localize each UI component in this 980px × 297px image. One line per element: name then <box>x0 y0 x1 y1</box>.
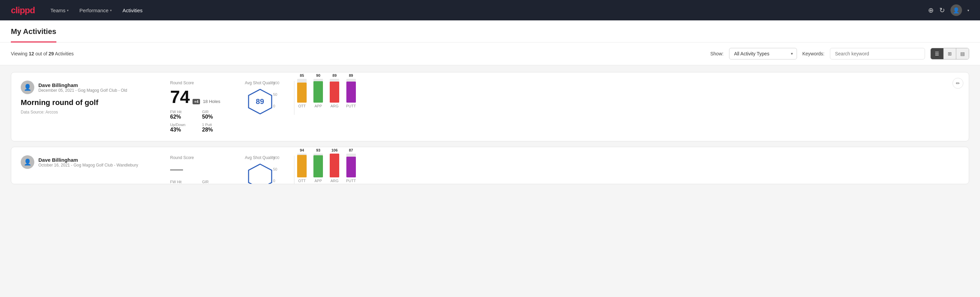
app-logo[interactable]: clippd <box>11 5 35 16</box>
viewing-prefix: Viewing <box>11 51 27 56</box>
search-input[interactable] <box>830 48 925 59</box>
chart-bar-group: 93APP <box>313 148 323 183</box>
avatar-chevron-icon: ▾ <box>967 8 969 12</box>
bar-axis-label: ARG <box>330 179 339 183</box>
chart-bar-group: 87PUTT <box>346 148 356 183</box>
nav-links: Teams ▾ Performance ▾ Activities <box>46 5 917 16</box>
list-wide-view-button[interactable]: ▤ <box>956 48 969 59</box>
chart-bar-group: 85OTT <box>297 73 307 108</box>
hexagon-container: 89 <box>245 88 275 115</box>
card-stats: Round Score — FW Hit 43% GIR 56% <box>163 155 238 184</box>
viewing-total: 29 <box>49 51 54 56</box>
avatar-person-icon: 👤 <box>24 84 31 91</box>
bar-value-label: 106 <box>331 148 337 152</box>
bar-value-label: 87 <box>349 148 353 152</box>
bar-fill <box>346 81 356 103</box>
oneputt-value: 28% <box>202 127 231 133</box>
user-avatar-nav[interactable]: 👤 <box>950 5 962 16</box>
round-score-row: — <box>170 163 231 176</box>
chart-bar-group: 89ARG <box>330 73 339 108</box>
performance-chevron-icon: ▾ <box>110 8 112 12</box>
bar-track <box>330 153 339 177</box>
data-source: Data Source: Arccos <box>21 110 163 115</box>
edit-button[interactable]: ✏ <box>953 78 963 89</box>
bar-track <box>297 153 307 177</box>
page-header: My Activities <box>0 21 980 43</box>
avatar: 👤 <box>21 155 34 169</box>
bar-axis-label: ARG <box>330 104 339 108</box>
bar-value-label: 90 <box>316 73 320 77</box>
bar-fill <box>330 81 339 103</box>
hexagon-container <box>245 163 275 184</box>
quality-label: Avg Shot Quality <box>245 155 275 160</box>
fw-hit-stat: FW Hit 43% <box>170 180 199 184</box>
round-score-value: — <box>170 163 183 176</box>
main-content: ✏ 👤 Dave Billingham December 05, 2021 - … <box>0 65 980 191</box>
gir-value: 50% <box>202 114 231 120</box>
nav-activities[interactable]: Activities <box>118 5 147 16</box>
fw-hit-label: FW Hit <box>170 110 199 114</box>
viewing-label: Activities <box>55 51 74 56</box>
nav-teams[interactable]: Teams ▾ <box>46 5 73 16</box>
chart-wrapper: 100 50 0 94OTT93APP106ARG87PUTT <box>283 156 356 184</box>
hexagon-svg <box>247 163 274 184</box>
list-compact-view-button[interactable]: ☰ <box>931 48 943 59</box>
updown-value: 43% <box>170 127 199 133</box>
view-toggle: ☰ ⊞ ▤ <box>931 48 969 59</box>
nav-activities-label: Activities <box>123 8 143 13</box>
keywords-label: Keywords: <box>802 51 824 56</box>
fw-hit-label: FW Hit <box>170 180 199 184</box>
user-date: December 05, 2021 - Gog Magog Golf Club … <box>38 88 127 93</box>
chart-y-labels: 100 50 0 <box>273 156 279 183</box>
navbar-right: ⊕ ↻ 👤 ▾ <box>928 5 969 16</box>
chart-bar-group: 106ARG <box>330 148 339 183</box>
bar-value-label: 89 <box>332 73 337 77</box>
bar-track <box>313 79 323 103</box>
gir-label: GIR <box>202 180 231 184</box>
quality-section: Avg Shot Quality 89 <box>245 81 275 115</box>
oneputt-stat: 1 Putt 28% <box>202 123 231 133</box>
gir-stat: GIR 56% <box>202 180 231 184</box>
bar-fill <box>330 153 339 177</box>
round-score-label: Round Score <box>170 155 231 160</box>
quality-section: Avg Shot Quality <box>245 155 275 184</box>
bar-track <box>346 153 356 177</box>
user-name: Dave Billingham <box>38 157 138 163</box>
chart-wrapper: 100 50 0 85OTT90APP89ARG89PUTT <box>283 81 356 115</box>
show-label: Show: <box>710 51 724 56</box>
activity-card: ✏ 👤 Dave Billingham December 05, 2021 - … <box>11 72 969 141</box>
grid-view-button[interactable]: ⊞ <box>943 48 956 59</box>
card-quality: Avg Shot Quality 89 100 50 0 85OTT90A <box>238 81 959 115</box>
updown-label: Up/Down <box>170 123 199 127</box>
bar-fill <box>297 83 307 103</box>
nav-teams-label: Teams <box>51 8 65 13</box>
score-badge: +4 <box>192 99 200 104</box>
activity-title: Morning round of golf <box>21 98 163 107</box>
bar-fill <box>313 81 323 103</box>
fw-hit-stat: FW Hit 62% <box>170 110 199 120</box>
bar-track <box>297 79 307 103</box>
hexagon-value: 89 <box>256 97 264 106</box>
fw-hit-value: 43% <box>170 184 199 184</box>
activity-type-dropdown[interactable]: All Activity Types <box>729 48 797 59</box>
refresh-icon[interactable]: ↻ <box>939 6 945 14</box>
avatar: 👤 <box>21 81 34 94</box>
round-score-value: 74 <box>170 88 190 106</box>
bar-track <box>346 79 356 103</box>
avatar-icon: 👤 <box>953 7 959 14</box>
chart-y-labels: 100 50 0 <box>273 81 279 108</box>
viewing-out-of: out of <box>35 51 47 56</box>
stat-pairs: FW Hit 62% GIR 50% Up/Down 43% 1 Putt 28… <box>170 110 231 133</box>
nav-performance[interactable]: Performance ▾ <box>75 5 116 16</box>
bar-value-label: 89 <box>349 73 353 77</box>
bar-fill <box>346 156 356 177</box>
fw-hit-value: 62% <box>170 114 199 120</box>
chart-bars: 85OTT90APP89ARG89PUTT <box>294 81 356 115</box>
chart-bar-group: 94OTT <box>297 148 307 183</box>
card-stats: Round Score 74 +4 18 Holes FW Hit 62% GI… <box>163 81 238 133</box>
bar-axis-label: APP <box>315 104 322 108</box>
bar-track <box>330 79 339 103</box>
add-icon[interactable]: ⊕ <box>928 6 934 14</box>
gir-label: GIR <box>202 110 231 114</box>
gir-value: 56% <box>202 184 231 184</box>
